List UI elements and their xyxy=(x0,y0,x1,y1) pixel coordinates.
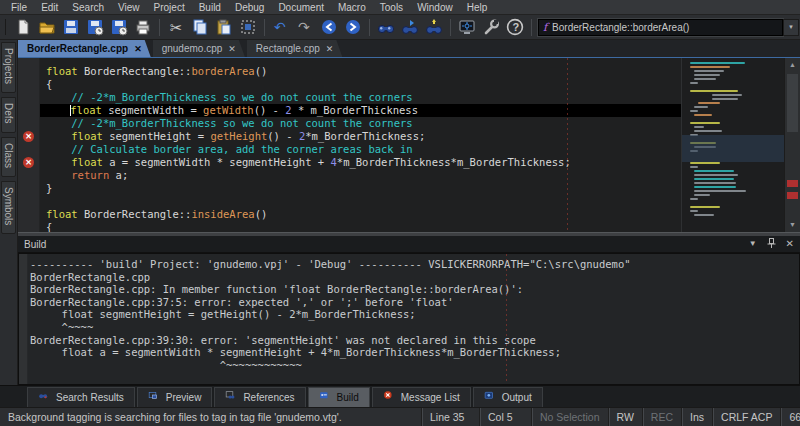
menu-project[interactable]: Project xyxy=(147,2,192,13)
menu-file[interactable]: File xyxy=(4,2,34,13)
undo-icon[interactable]: ↶ xyxy=(269,17,293,38)
rail-tab-class[interactable]: Class xyxy=(1,137,16,177)
build-output-line[interactable]: float segmentHeight = getHeight() - 2*m_… xyxy=(30,308,799,321)
function-combobox[interactable]: f BorderRectangle::borderArea() ▼ xyxy=(527,19,799,36)
bottom-tab-output[interactable]: Output xyxy=(473,387,543,407)
editor-vertical-scrollbar[interactable]: ▲ ▼ xyxy=(784,58,800,232)
code-line[interactable]: // Calculate border area, add the corner… xyxy=(40,143,681,156)
minimap[interactable] xyxy=(681,58,784,232)
code-line[interactable]: // -2*m_BorderThickness so we do not cou… xyxy=(40,91,681,104)
menu-edit[interactable]: Edit xyxy=(34,2,65,13)
redo-icon[interactable]: ↷ xyxy=(293,17,317,38)
code-line[interactable]: float BorderRectangle::insideArea() xyxy=(40,208,681,221)
build-panel-dropdown-icon[interactable]: ▼ xyxy=(749,240,757,248)
forward-icon[interactable] xyxy=(341,17,365,38)
menu-macro[interactable]: Macro xyxy=(331,2,373,13)
tab-close-icon[interactable]: ✕ xyxy=(134,44,142,54)
code-line[interactable]: float segmentWidth = getWidth() - 2 * m_… xyxy=(40,104,681,117)
code-token: float xyxy=(46,208,78,220)
menu-window[interactable]: Window xyxy=(410,2,460,13)
code-line[interactable]: float BorderRectangle::borderArea() xyxy=(40,65,681,78)
tab-close-icon[interactable]: ✕ xyxy=(326,44,334,54)
bottom-tab-message-list[interactable]: Message List xyxy=(372,387,471,407)
build-output-line[interactable]: ---------- 'build' Project: 'gnudemo.vpj… xyxy=(30,258,799,271)
build-panel-titlebar[interactable]: Build ▼ ✕ xyxy=(18,236,800,253)
code-editor[interactable]: ✕✕ float BorderRectangle::borderArea(){ … xyxy=(18,58,800,232)
build-output-line[interactable]: BorderRectangle.cpp:37:5: error: expecte… xyxy=(30,296,799,309)
find-in-files-icon[interactable] xyxy=(422,17,446,38)
config-display-icon[interactable] xyxy=(455,17,479,38)
menu-view[interactable]: View xyxy=(111,2,147,13)
code-line[interactable]: } xyxy=(40,182,681,195)
menu-tools[interactable]: Tools xyxy=(373,2,410,13)
menu-debug[interactable]: Debug xyxy=(228,2,271,13)
rail-tab-projects[interactable]: Projects xyxy=(1,42,16,93)
bottom-tab-search-results[interactable]: Search Results xyxy=(27,387,135,407)
cut-icon[interactable]: ✂ xyxy=(164,17,188,38)
select-block-icon[interactable] xyxy=(236,17,260,38)
function-combo-dropdown-button[interactable]: ▼ xyxy=(783,19,799,36)
find-next-icon[interactable] xyxy=(398,17,422,38)
code-line[interactable]: { xyxy=(40,78,681,91)
tab-close-icon[interactable]: ✕ xyxy=(228,44,236,54)
rail-tab-defs[interactable]: Defs xyxy=(1,97,16,133)
build-output-line[interactable]: ^~~~~~~~~~~~~ xyxy=(30,359,799,372)
save-icon[interactable] xyxy=(59,17,83,38)
menu-build[interactable]: Build xyxy=(192,2,228,13)
build-output-panel[interactable]: ---------- 'build' Project: 'gnudemo.vpj… xyxy=(18,253,800,385)
code-line[interactable]: return a; xyxy=(40,169,681,182)
menu-help[interactable]: Help xyxy=(460,2,495,13)
status-record[interactable]: REC xyxy=(643,408,682,426)
build-output-line[interactable]: BorderRectangle.cpp:39:30: error: 'segme… xyxy=(30,334,799,347)
build-output-text[interactable]: ---------- 'build' Project: 'gnudemo.vpj… xyxy=(28,254,799,384)
scroll-up-arrow-icon[interactable]: ▲ xyxy=(789,58,796,72)
bottom-tab-references[interactable]: References xyxy=(214,387,305,407)
error-marker-icon[interactable]: ✕ xyxy=(23,131,34,142)
find-icon[interactable] xyxy=(374,17,398,38)
function-symbol-icon: f xyxy=(543,21,547,34)
toolbar-drag-handle[interactable] xyxy=(5,19,6,35)
code-line[interactable] xyxy=(40,195,681,208)
build-output-line[interactable]: float a = segmentWidth * segmentHeight +… xyxy=(30,346,799,359)
error-marker-icon[interactable]: ✕ xyxy=(23,157,34,168)
save-all-icon[interactable] xyxy=(83,17,107,38)
menu-search[interactable]: Search xyxy=(65,2,111,13)
status-col[interactable]: Col 5 xyxy=(480,408,532,426)
menu-document[interactable]: Document xyxy=(271,2,331,13)
rail-tab-symbols[interactable]: Symbols xyxy=(1,181,16,234)
new-file-icon[interactable] xyxy=(11,17,35,38)
function-combo-field[interactable]: f BorderRectangle::borderArea() xyxy=(538,19,783,36)
editor-tab-rectangle-cpp[interactable]: Rectangle.cpp✕ xyxy=(247,40,342,57)
minimap-viewport[interactable] xyxy=(682,135,784,163)
status-insert-mode[interactable]: Ins xyxy=(682,408,713,426)
editor-tab-gnudemo-cpp[interactable]: gnudemo.cpp✕ xyxy=(153,40,245,57)
build-output-line[interactable]: BorderRectangle.cpp: In member function … xyxy=(30,283,799,296)
code-line[interactable]: float segmentHeight = getHeight() - 2*m_… xyxy=(40,130,681,143)
build-output-line[interactable] xyxy=(30,371,799,384)
save-as-icon[interactable] xyxy=(107,17,131,38)
paste-icon[interactable] xyxy=(212,17,236,38)
code-line[interactable]: float a = segmentWidth * segmentHeight +… xyxy=(40,156,681,169)
open-file-icon[interactable] xyxy=(35,17,59,38)
scrollbar-thumb[interactable] xyxy=(787,74,798,132)
print-icon[interactable] xyxy=(131,17,155,38)
scroll-down-arrow-icon[interactable]: ▼ xyxy=(789,218,796,232)
editor-tab-borderrectangle-cpp[interactable]: BorderRectangle.cpp✕ xyxy=(18,40,151,57)
status-line[interactable]: Line 35 xyxy=(422,408,480,426)
build-panel-close-icon[interactable]: ✕ xyxy=(786,239,794,249)
help-icon[interactable]: ? xyxy=(503,17,527,38)
bottom-tab-build[interactable]: Build xyxy=(308,387,370,407)
build-output-line[interactable]: BorderRectangle.cpp xyxy=(30,271,799,284)
code-line[interactable]: // -2*m_BorderThickness so we do not cou… xyxy=(40,117,681,130)
code-area[interactable]: float BorderRectangle::borderArea(){ // … xyxy=(40,58,681,232)
bottom-tab-preview[interactable]: Preview xyxy=(137,387,213,407)
tools-wrench-icon[interactable] xyxy=(479,17,503,38)
status-eol-encoding[interactable]: CRLF ACP xyxy=(713,408,781,426)
back-icon[interactable] xyxy=(317,17,341,38)
copy-icon[interactable] xyxy=(188,17,212,38)
build-output-line[interactable]: ^~~~~ xyxy=(30,321,799,334)
minimap-line xyxy=(694,214,714,216)
status-readwrite[interactable]: RW xyxy=(609,408,643,426)
code-line[interactable]: { xyxy=(40,221,681,232)
build-panel-pin-icon[interactable] xyxy=(767,238,776,250)
